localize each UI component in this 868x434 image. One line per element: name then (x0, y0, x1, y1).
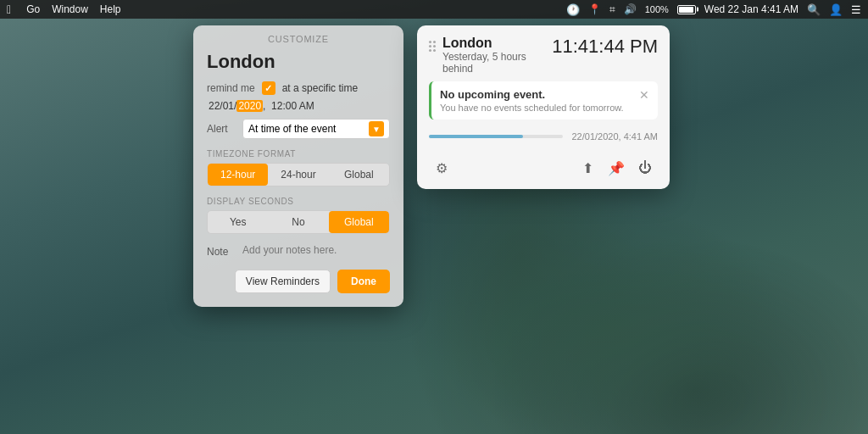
tz-global-btn[interactable]: Global (329, 164, 389, 186)
event-title: No upcoming event. (440, 88, 649, 101)
view-reminders-button[interactable]: View Reminders (235, 270, 331, 293)
menu-help[interactable]: Help (100, 3, 121, 15)
ds-yes-btn[interactable]: Yes (208, 211, 268, 233)
menu-window[interactable]: Window (52, 3, 88, 15)
done-button[interactable]: Done (337, 270, 390, 293)
clock-subtitle: Yesterday, 5 hours behind (442, 51, 545, 75)
share-icon[interactable]: ⬆ (575, 155, 600, 181)
battery-percent: 100% (645, 4, 669, 14)
clock-time: 11:41:44 PM (552, 36, 658, 58)
timezone-section-label: TIMEZONE FORMAT (207, 149, 390, 159)
pin-icon[interactable]: 📌 (604, 155, 629, 181)
timezone-toggle-group: 12-hour 24-hour Global (207, 163, 390, 186)
remind-label: remind me (207, 82, 255, 94)
search-icon[interactable]: 🔍 (807, 3, 821, 16)
progress-fill (429, 135, 523, 138)
list-icon[interactable]: ☰ (851, 3, 861, 16)
customize-title: CUSTOMIZE (207, 34, 390, 44)
city-name: London (207, 51, 390, 73)
event-subtitle: You have no events scheduled for tomorro… (440, 103, 649, 113)
event-close-button[interactable]: ✕ (637, 88, 651, 102)
drag-handle[interactable] (429, 41, 436, 52)
ds-no-btn[interactable]: No (268, 211, 328, 233)
display-seconds-toggle-group: Yes No Global (207, 210, 390, 234)
drag-dot (429, 41, 431, 43)
drag-dot (433, 45, 436, 47)
progress-date: 22/01/2020, 4:41 AM (571, 131, 658, 142)
apple-menu[interactable]:  (7, 3, 11, 16)
event-box: No upcoming event. You have no events sc… (429, 81, 658, 120)
clock-menubar-icon: 🕐 (566, 3, 580, 16)
volume-icon: 🔊 (624, 3, 637, 15)
clock-city: London (442, 36, 545, 51)
clock-footer: ⚙ ⬆ 📌 ⏻ (417, 150, 670, 189)
ds-global-btn[interactable]: Global (329, 211, 389, 233)
remind-text: at a specific time (282, 82, 358, 94)
menu-go[interactable]: Go (26, 3, 40, 15)
tz-24hour-btn[interactable]: 24-hour (268, 164, 328, 186)
note-label: Note (207, 244, 236, 258)
clock-panel: London Yesterday, 5 hours behind 11:41:4… (417, 25, 670, 189)
alert-dropdown-arrow[interactable]: ▼ (369, 121, 384, 136)
drag-dot (433, 49, 436, 52)
settings-icon[interactable]: ⚙ (429, 155, 454, 181)
alert-value: At time of the event (248, 123, 336, 135)
battery-icon (677, 5, 696, 14)
menubar:  Go Window Help 🕐 📍 ⌗ 🔊 100% Wed 22 Jan… (0, 0, 868, 19)
progress-row: 22/01/2020, 4:41 AM (417, 128, 670, 150)
drag-dot (433, 41, 436, 43)
drag-dot (429, 45, 431, 47)
date-row: 22/01/2020, 12:00 AM (207, 100, 390, 112)
progress-bar (429, 135, 563, 138)
tz-12hour-btn[interactable]: 12-hour (208, 164, 268, 186)
menubar-datetime: Wed 22 Jan 4:41 AM (704, 3, 798, 15)
power-icon[interactable]: ⏻ (632, 155, 658, 181)
remind-checkbox[interactable]: ✓ (262, 81, 275, 95)
date-highlight: 2020 (236, 100, 263, 112)
user-icon[interactable]: 👤 (829, 3, 843, 16)
drag-dot (429, 49, 431, 52)
display-seconds-label: DISPLAY SECONDS (207, 197, 390, 206)
customize-panel: CUSTOMIZE London remind me ✓ at a specif… (193, 25, 403, 307)
wifi-icon: ⌗ (609, 3, 615, 15)
location-icon: 📍 (588, 3, 601, 15)
alert-label: Alert (207, 123, 236, 135)
alert-select[interactable]: At time of the event ▼ (242, 119, 390, 139)
note-input[interactable] (242, 244, 390, 256)
